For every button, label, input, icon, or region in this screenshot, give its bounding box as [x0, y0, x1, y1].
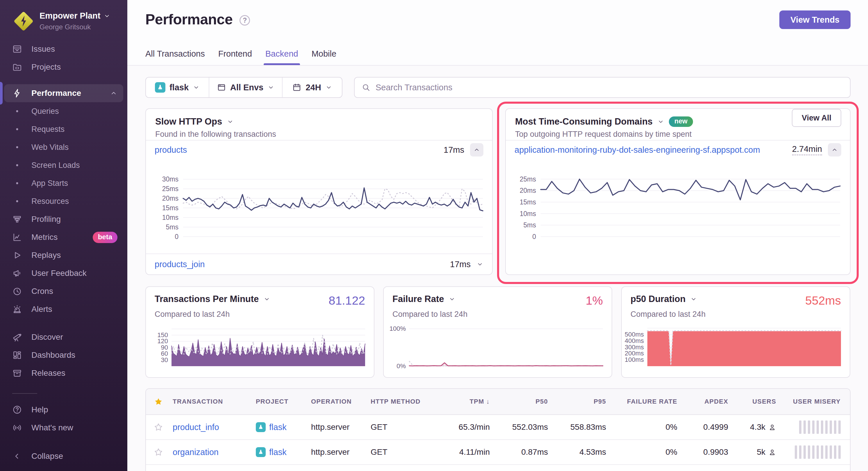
transactions-table: TRANSACTION PROJECT OPERATION HTTP METHO…: [145, 388, 850, 471]
y-axis-label: 25ms: [520, 175, 536, 183]
y-axis-label: 100%: [390, 325, 406, 333]
misery-bar: [834, 445, 836, 459]
misery-bar: [838, 445, 841, 459]
main-content: Performance ? View Trends All Transactio…: [127, 0, 868, 471]
tab-backend[interactable]: Backend: [266, 42, 298, 66]
stat-value: 1%: [586, 294, 603, 307]
transaction-link[interactable]: products: [155, 145, 187, 155]
y-axis-label: 20ms: [162, 195, 179, 202]
org-user: George Gritsouk: [39, 23, 111, 31]
slow-http-ops-card: Slow HTTP Ops Found in the following tra…: [145, 108, 493, 275]
star-icon[interactable]: [154, 448, 163, 457]
domain-link[interactable]: application-monitoring-ruby-dot-sales-en…: [515, 145, 760, 155]
table-header: TRANSACTION PROJECT OPERATION HTTP METHO…: [146, 389, 850, 415]
window-icon: [217, 83, 226, 92]
misery-bar: [830, 420, 832, 434]
search-input[interactable]: Search Transactions: [354, 77, 850, 98]
table-row: product_info flask http.server GET 65.3/…: [146, 415, 850, 440]
sidebar-divider: [12, 393, 37, 394]
misery-bar: [816, 445, 819, 459]
new-badge: new: [669, 116, 693, 127]
sidebar-item-resources[interactable]: Resources: [4, 192, 123, 210]
search-icon: [362, 83, 370, 92]
flask-project-icon: [256, 422, 266, 432]
chevup-icon: [831, 146, 838, 153]
chevdown-icon[interactable]: [657, 118, 664, 125]
sidebar-item-alerts[interactable]: Alerts: [4, 300, 123, 318]
sidebar-item-user-feedback[interactable]: User Feedback: [4, 264, 123, 282]
tab-all-transactions[interactable]: All Transactions: [145, 42, 205, 66]
stat-subtitle: Compared to last 24h: [384, 307, 612, 319]
chevdown-icon[interactable]: [690, 296, 697, 303]
chevdown-icon[interactable]: [476, 261, 484, 268]
chevdown-icon[interactable]: [264, 296, 270, 303]
sidebar-item-help[interactable]: Help: [4, 401, 123, 419]
stat-value: 552ms: [805, 294, 841, 307]
sidebar-item-discover[interactable]: Discover: [4, 328, 123, 346]
sidebar-item-queries[interactable]: Queries: [4, 102, 123, 120]
view-all-button[interactable]: View All: [792, 109, 841, 127]
y-axis-label: 30ms: [162, 175, 179, 183]
date-filter[interactable]: 24H: [282, 77, 342, 97]
sidebar-item-metrics[interactable]: Metrics beta: [4, 228, 123, 246]
misery-bar: [834, 420, 836, 434]
sidebar-item-crons[interactable]: Crons: [4, 282, 123, 300]
sidebar-item-web-vitals[interactable]: Web Vitals: [4, 138, 123, 156]
stat-card-p50-duration: p50 Duration 552ms Compared to last 24h …: [621, 286, 850, 378]
sidebar-item-screen-loads[interactable]: Screen Loads: [4, 156, 123, 174]
chevdown-icon[interactable]: [448, 296, 456, 303]
sidebar-item-projects[interactable]: Projects: [4, 58, 123, 76]
chevdown-icon[interactable]: [227, 118, 234, 125]
collapse-row-button[interactable]: [828, 143, 841, 157]
dot-icon: [12, 196, 22, 206]
sidebar-item-performance[interactable]: Performance: [4, 84, 123, 102]
misery-bar: [808, 420, 810, 434]
tab-frontend[interactable]: Frontend: [218, 42, 252, 66]
misery-bar: [825, 445, 828, 459]
tab-mobile[interactable]: Mobile: [312, 42, 336, 66]
star-icon[interactable]: [154, 423, 163, 432]
help-icon[interactable]: ?: [240, 15, 250, 26]
y-axis-label: 0%: [397, 362, 406, 370]
y-axis-label: 100ms: [625, 356, 644, 364]
sort-desc-icon: ↓: [486, 398, 490, 405]
y-axis-label: 5ms: [166, 223, 179, 231]
transaction-link[interactable]: product_info: [173, 423, 256, 432]
person-icon: [768, 448, 776, 456]
sidebar-item-dashboards[interactable]: Dashboards: [4, 346, 123, 364]
sidebar-item-app-starts[interactable]: App Starts: [4, 174, 123, 192]
sidebar-item-releases[interactable]: Releases: [4, 364, 123, 382]
sidebar-item-what-s-new[interactable]: What's new: [4, 419, 123, 437]
misery-bar: [821, 420, 823, 434]
collapse-icon: [12, 451, 22, 461]
project-filter[interactable]: flask: [146, 77, 209, 97]
dot-icon: [12, 142, 22, 152]
sidebar-item-replays[interactable]: Replays: [4, 246, 123, 264]
view-trends-button[interactable]: View Trends: [779, 10, 850, 29]
dashboards-icon: [12, 350, 22, 360]
sidebar-item-issues[interactable]: Issues: [4, 40, 123, 58]
dot-icon: [12, 106, 22, 116]
collapse-row-button[interactable]: [470, 143, 484, 157]
y-axis-label: 5ms: [524, 221, 536, 229]
y-axis-label: 15ms: [162, 204, 179, 212]
chevdown-icon: [268, 84, 274, 91]
transaction-link[interactable]: products_join: [155, 260, 205, 269]
misery-bar: [830, 445, 832, 459]
star-column-header[interactable]: [154, 397, 163, 406]
slow-http-chart: 30ms25ms20ms15ms10ms5ms0: [183, 175, 483, 237]
sidebar-item-profiling[interactable]: Profiling: [4, 210, 123, 228]
lightning-icon: [12, 88, 22, 98]
metrics-icon: [12, 232, 22, 242]
card-title: Most Time-Consuming Domains: [515, 116, 653, 127]
whatsnew-icon: [12, 423, 22, 433]
sidebar-collapse[interactable]: Collapse: [4, 447, 123, 465]
feedback-icon: [12, 268, 22, 278]
transaction-link[interactable]: organization: [173, 447, 256, 457]
sidebar-item-requests[interactable]: Requests: [4, 120, 123, 138]
env-filter[interactable]: All Envs: [209, 77, 282, 97]
issues-icon: [12, 44, 22, 54]
org-switcher[interactable]: Empower Plant George Gritsouk: [0, 0, 127, 31]
page-title: Performance: [145, 11, 232, 28]
flask-project-icon: [155, 82, 165, 93]
